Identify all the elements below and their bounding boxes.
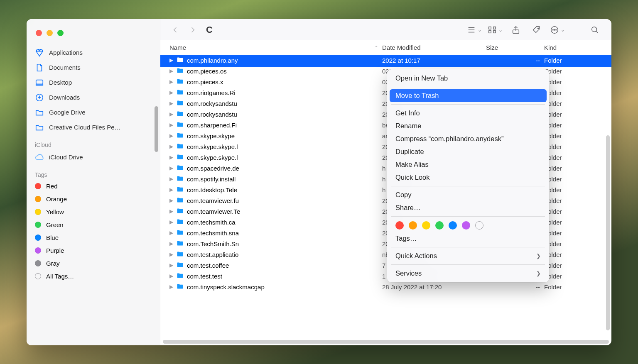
fold-icon — [35, 123, 44, 132]
sidebar-item-google-drive[interactable]: Google Drive — [27, 105, 160, 120]
menu-move-to-trash[interactable]: Move to Trash — [390, 89, 547, 102]
table-row[interactable]: ▶com.tinyspeck.slackmacgap28 July 2022 a… — [160, 282, 611, 293]
sidebar-tag-yellow[interactable]: Yellow — [27, 205, 160, 218]
sidebar-item-label: Desktop — [49, 79, 72, 86]
disclosure-triangle-icon[interactable]: ▶ — [169, 144, 173, 149]
menu-rename[interactable]: Rename — [387, 120, 549, 132]
sidebar-item-all-tags[interactable]: All Tags… — [27, 270, 160, 283]
sidebar-tag-orange[interactable]: Orange — [27, 193, 160, 205]
sidebar-item-applications[interactable]: Applications — [27, 45, 160, 60]
folder-icon — [177, 121, 184, 129]
file-name: com.skype.skype.l — [187, 143, 238, 150]
search-button[interactable] — [587, 25, 602, 34]
folder-icon — [177, 56, 184, 65]
table-row[interactable]: ▶com.philandro.any2022 at 10:17--Folder — [160, 55, 611, 66]
sidebar-item-creative-cloud-files-pe-[interactable]: Creative Cloud Files Pe… — [27, 120, 160, 135]
zoom-window-button[interactable] — [57, 30, 64, 36]
menu-copy[interactable]: Copy — [387, 188, 549, 201]
tag-color-choice[interactable] — [422, 221, 430, 230]
actions-button[interactable]: ⌄ — [550, 25, 565, 34]
svg-rect-6 — [493, 30, 496, 33]
column-kind[interactable]: Kind — [544, 44, 602, 51]
tag-color-choice[interactable] — [462, 221, 470, 230]
disclosure-triangle-icon[interactable]: ▶ — [169, 57, 173, 63]
folder-icon — [177, 89, 184, 97]
sidebar-item-label: Creative Cloud Files Pe… — [49, 124, 121, 131]
sidebar-item-documents[interactable]: Documents — [27, 60, 160, 75]
sidebar-tag-purple[interactable]: Purple — [27, 244, 160, 257]
minimize-window-button[interactable] — [47, 30, 53, 36]
sidebar-tag-red[interactable]: Red — [27, 180, 160, 193]
disclosure-triangle-icon[interactable]: ▶ — [169, 273, 173, 279]
menu-share[interactable]: Share… — [387, 201, 549, 214]
sidebar-tag-gray[interactable]: Gray — [27, 257, 160, 270]
svg-rect-3 — [489, 27, 491, 29]
disclosure-triangle-icon[interactable]: ▶ — [169, 79, 173, 85]
file-kind: Folder — [544, 176, 602, 183]
view-mode-button[interactable]: ⌄ — [467, 25, 482, 34]
file-date: 2022 at 10:17 — [382, 57, 486, 64]
disclosure-triangle-icon[interactable]: ▶ — [169, 176, 173, 182]
sidebar-item-icloud-drive[interactable]: iCloud Drive — [27, 150, 160, 165]
sidebar-item-downloads[interactable]: Downloads — [27, 90, 160, 105]
menu-open-in-new-tab[interactable]: Open in New Tab — [387, 72, 549, 85]
column-name[interactable]: Name⌃ — [169, 44, 382, 51]
menu-tags[interactable]: Tags… — [387, 232, 549, 245]
fold-icon — [35, 108, 44, 117]
menu-duplicate[interactable]: Duplicate — [387, 145, 549, 158]
tag-color-choice[interactable] — [409, 221, 417, 230]
sidebar-scrollbar[interactable] — [155, 106, 158, 152]
horizontal-scrollbar[interactable] — [163, 340, 609, 344]
menu-compress[interactable]: Compress “com.philandro.anydesk” — [387, 132, 549, 145]
share-button[interactable] — [508, 25, 523, 34]
disclosure-triangle-icon[interactable]: ▶ — [169, 252, 173, 257]
disclosure-triangle-icon[interactable]: ▶ — [169, 68, 173, 74]
menu-quick-actions[interactable]: Quick Actions❯ — [387, 249, 549, 262]
sidebar-tag-blue[interactable]: Blue — [27, 231, 160, 244]
disclosure-triangle-icon[interactable]: ▶ — [169, 133, 173, 139]
folder-icon — [177, 67, 184, 76]
forward-button[interactable] — [187, 24, 199, 36]
column-size[interactable]: Size — [486, 44, 544, 51]
disclosure-triangle-icon[interactable]: ▶ — [169, 154, 173, 160]
folder-icon — [177, 229, 184, 237]
file-kind: Folder — [544, 89, 602, 96]
window-title: C — [206, 24, 213, 35]
menu-get-info[interactable]: Get Info — [387, 107, 549, 120]
vertical-scrollbar[interactable] — [606, 135, 610, 330]
sidebar-item-label: All Tags… — [46, 273, 74, 280]
tag-color-choice[interactable] — [449, 221, 457, 230]
group-by-button[interactable]: ⌄ — [488, 25, 503, 34]
disclosure-triangle-icon[interactable]: ▶ — [169, 100, 173, 106]
tag-color-none[interactable] — [475, 221, 483, 230]
disclosure-triangle-icon[interactable]: ▶ — [169, 111, 173, 117]
menu-make-alias[interactable]: Make Alias — [387, 158, 549, 171]
tags-button[interactable] — [529, 25, 544, 34]
doc-icon — [35, 63, 44, 72]
disclosure-triangle-icon[interactable]: ▶ — [169, 122, 173, 128]
disclosure-triangle-icon[interactable]: ▶ — [169, 165, 173, 171]
all-tags-icon — [35, 273, 41, 279]
disclosure-triangle-icon[interactable]: ▶ — [169, 208, 173, 214]
file-name: com.teamviewer.fu — [187, 197, 239, 204]
disclosure-triangle-icon[interactable]: ▶ — [169, 230, 173, 236]
column-date[interactable]: Date Modified — [382, 44, 486, 51]
back-button[interactable] — [169, 24, 181, 36]
file-kind: Folder — [544, 262, 602, 269]
sidebar-tag-green[interactable]: Green — [27, 218, 160, 231]
folder-icon — [177, 251, 184, 259]
close-window-button[interactable] — [36, 30, 42, 36]
disclosure-triangle-icon[interactable]: ▶ — [169, 241, 173, 247]
disclosure-triangle-icon[interactable]: ▶ — [169, 262, 173, 268]
disclosure-triangle-icon[interactable]: ▶ — [169, 198, 173, 203]
menu-quick-look[interactable]: Quick Look — [387, 171, 549, 184]
sidebar-item-label: iCloud Drive — [49, 154, 83, 161]
tag-color-choice[interactable] — [435, 221, 444, 230]
disclosure-triangle-icon[interactable]: ▶ — [169, 284, 173, 290]
disclosure-triangle-icon[interactable]: ▶ — [169, 187, 173, 193]
disclosure-triangle-icon[interactable]: ▶ — [169, 219, 173, 225]
disclosure-triangle-icon[interactable]: ▶ — [169, 90, 173, 95]
tag-color-choice[interactable] — [395, 221, 404, 230]
sidebar-item-desktop[interactable]: Desktop — [27, 75, 160, 90]
menu-services[interactable]: Services❯ — [387, 267, 549, 280]
